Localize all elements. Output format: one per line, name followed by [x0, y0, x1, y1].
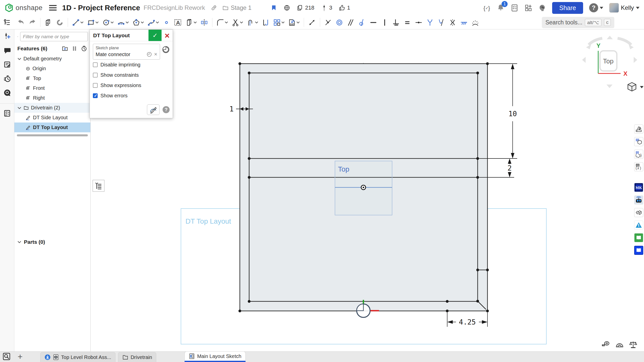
dim-1-value[interactable]: 1	[230, 105, 234, 113]
dim-10-value[interactable]: 10	[508, 110, 517, 118]
view-options-button[interactable]	[628, 83, 643, 91]
sketch-drawing[interactable]: DT Top Layout Top	[91, 29, 644, 351]
variable-tables-button[interactable]: ( x )	[634, 162, 643, 171]
help-menu[interactable]: ?	[589, 3, 603, 12]
filter-input[interactable]	[20, 32, 88, 41]
viewcube-rotate-right[interactable]	[634, 57, 637, 63]
comments-button[interactable]	[3, 47, 11, 55]
green-book-app-button[interactable]	[634, 233, 643, 242]
feature-plane-top[interactable]: Top	[14, 73, 90, 83]
search-tabs-icon[interactable]	[3, 352, 11, 360]
rollback-bar[interactable]	[17, 134, 88, 136]
history-button[interactable]	[3, 75, 11, 84]
ai-assistant-icon[interactable]	[538, 4, 546, 12]
mate-connector-picker-icon[interactable]	[162, 46, 170, 53]
main-menu-icon[interactable]	[49, 4, 57, 12]
insert-version-button[interactable]	[3, 32, 11, 41]
spline-tool[interactable]	[146, 18, 160, 27]
notifications-button[interactable]: 1	[497, 4, 505, 12]
checkbox-show-constraints[interactable]: Show constraints	[93, 70, 170, 80]
likes-stat[interactable]: 1	[339, 5, 350, 11]
featurescript-tables-button[interactable]: { }	[634, 150, 643, 159]
rollback-clock-icon[interactable]	[81, 45, 87, 52]
viewcube-rotate-cw[interactable]	[618, 38, 631, 45]
view-cube[interactable]: Top Y X	[582, 36, 643, 91]
community-button[interactable]	[3, 89, 11, 98]
concentric-constraint[interactable]	[334, 18, 345, 27]
viewcube-rotate-left[interactable]	[582, 57, 586, 63]
workspace-breadcrumb[interactable]: Stage 1	[222, 4, 252, 11]
sketch-plane-field[interactable]: Sketch plane Mate connector ×	[93, 44, 160, 60]
graphics-canvas[interactable]: DT Top Layout Top	[91, 29, 644, 351]
onshape-logo[interactable]: onshape	[5, 3, 43, 12]
rectangle-tool[interactable]	[86, 18, 100, 27]
undo-button[interactable]	[16, 18, 26, 27]
tab-top-level-robot-assembly[interactable]: Top Level Robot Ass...	[40, 352, 116, 362]
clear-selection-icon[interactable]: ×	[154, 51, 157, 58]
robot-app-button[interactable]	[634, 195, 643, 205]
dialog-cancel-button[interactable]: ×	[162, 30, 173, 41]
viewcube-rotate-up[interactable]	[607, 36, 613, 39]
pattern-tool[interactable]	[272, 18, 286, 27]
fillet-tool[interactable]	[215, 18, 229, 27]
parts-section-header[interactable]: Parts (0)	[14, 237, 90, 247]
apps-grid-icon[interactable]	[524, 4, 532, 12]
trim-tool[interactable]	[230, 18, 244, 27]
tangent-constraint[interactable]	[357, 18, 367, 27]
polygon-tool[interactable]	[131, 18, 145, 27]
circle-tool[interactable]	[101, 18, 115, 27]
dimension-tool[interactable]	[307, 18, 317, 27]
coincident-constraint[interactable]	[323, 18, 333, 27]
dialog-help-button[interactable]: ?	[163, 106, 170, 113]
arc-tool[interactable]	[116, 18, 130, 27]
filter-funnel-icon[interactable]	[17, 33, 18, 40]
point-tool[interactable]	[161, 18, 172, 27]
follow-checklist-button[interactable]	[3, 109, 11, 118]
learning-flag-icon[interactable]	[271, 5, 277, 11]
tasks-icon[interactable]	[511, 4, 518, 12]
text-tool[interactable]: A	[173, 18, 183, 27]
mkcad-app-button[interactable]: MK	[634, 183, 643, 192]
feature-dt-side-layout[interactable]: DT Side Layout	[14, 113, 90, 123]
curvature-comb-tool[interactable]	[470, 18, 480, 27]
search-tools[interactable]: Search tools... alt/⌥ c	[542, 17, 614, 28]
dim-425-value[interactable]: 4.25	[459, 318, 476, 326]
part-tables-button[interactable]	[634, 137, 643, 146]
use-project-tool[interactable]	[260, 18, 271, 27]
protractor-icon[interactable]	[615, 340, 624, 349]
featurescript-icon[interactable]: { } ✓	[483, 4, 491, 12]
checkbox-show-errors[interactable]: Show errors	[93, 91, 170, 101]
horizontal-constraint[interactable]	[368, 18, 378, 27]
normal-constraint[interactable]	[425, 18, 435, 27]
revolve-tool[interactable]	[55, 18, 65, 27]
tape-measure-icon[interactable]	[602, 340, 610, 349]
vertical-constraint[interactable]	[380, 18, 390, 27]
line-tool[interactable]	[71, 18, 85, 27]
feature-list-flyout-button[interactable]	[93, 180, 104, 192]
mirror-tool[interactable]	[199, 18, 209, 27]
dim-2-value[interactable]: 2	[508, 164, 512, 172]
perpendicular-constraint[interactable]	[391, 18, 401, 27]
fix-constraint[interactable]	[459, 18, 469, 27]
midpoint-constraint[interactable]	[413, 18, 424, 27]
extrude-tool[interactable]	[43, 18, 54, 27]
feature-default-geometry[interactable]: Default geometry	[14, 54, 90, 64]
dialog-confirm-button[interactable]: ✓	[148, 30, 162, 41]
feature-dt-top-layout[interactable]: DT Top Layout	[14, 123, 90, 132]
redo-button[interactable]	[27, 18, 37, 27]
scale-balance-icon[interactable]	[629, 340, 637, 349]
checkbox-disable-imprinting[interactable]: Disable imprinting	[93, 60, 170, 70]
parallel-constraint[interactable]	[346, 18, 356, 27]
blue-book-app-button[interactable]	[634, 246, 643, 255]
feature-origin[interactable]: Origin	[14, 64, 90, 73]
symmetric-constraint[interactable]	[447, 18, 458, 27]
share-button[interactable]: Share	[552, 2, 583, 14]
suppress-pause-icon[interactable]	[71, 45, 78, 52]
curvature-constraint[interactable]	[436, 18, 446, 27]
origin-point[interactable]	[361, 185, 366, 190]
viewcube-rotate-down[interactable]	[607, 85, 613, 88]
triangle-app-button[interactable]	[634, 221, 643, 230]
derived-app-button[interactable]	[634, 208, 643, 217]
branches-stat[interactable]: 3	[321, 5, 332, 11]
link-icon[interactable]	[211, 5, 217, 11]
